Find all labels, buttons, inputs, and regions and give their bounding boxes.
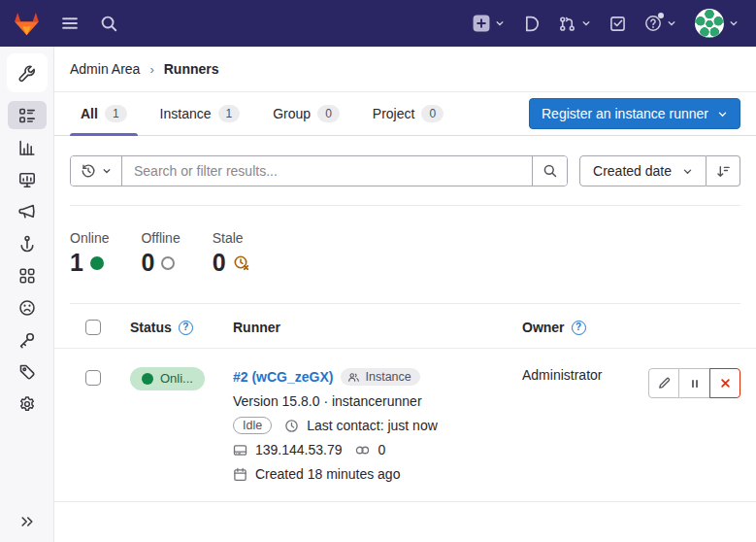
pause-icon (688, 377, 702, 390)
tab-all[interactable]: All 1 (70, 92, 138, 135)
users-icon (347, 371, 360, 384)
runner-ip-address: 139.144.53.79 (255, 442, 343, 457)
search-filter-box (70, 155, 568, 186)
user-menu-button[interactable] (695, 9, 739, 38)
runner-type-badge: Instance (341, 368, 419, 386)
stale-clock-icon (233, 254, 250, 272)
jobs-link-icon (354, 444, 371, 457)
sort-controls: Created date (579, 155, 740, 186)
runner-version-line: Version 15.8.0 · instancerunner (233, 391, 469, 411)
job-count: 0 (378, 442, 386, 457)
hamburger-menu-icon[interactable] (60, 14, 80, 33)
runner-name-link[interactable]: #2 (wCG_zeGX) (233, 369, 333, 385)
sidebar-item-deploy-keys[interactable] (8, 325, 47, 354)
apps-grid-icon (18, 267, 36, 285)
offline-ring-icon (161, 256, 175, 270)
label-tag-icon (18, 363, 36, 381)
row-checkbox[interactable] (85, 370, 101, 386)
sort-descending-icon (716, 164, 731, 179)
sidebar-item-labels[interactable] (8, 357, 47, 386)
runner-tabs-bar: All 1 Instance 1 Group 0 Project 0 Regis… (54, 92, 756, 136)
sidebar-item-overview[interactable] (8, 101, 47, 129)
chevron-down-icon (102, 166, 112, 176)
executor-monitor-icon (233, 443, 247, 457)
tab-group-count: 0 (317, 105, 340, 122)
last-contact-text: Last contact: just now (307, 418, 438, 433)
breadcrumb-admin-area[interactable]: Admin Area (70, 61, 140, 77)
filter-bar: Created date (54, 136, 756, 186)
search-icon[interactable] (100, 15, 118, 33)
runner-tabs: All 1 Instance 1 Group 0 Project 0 (70, 92, 529, 135)
online-dot-icon (142, 373, 153, 385)
pencil-icon (657, 376, 672, 390)
help-menu-button[interactable] (644, 15, 676, 32)
hook-icon (18, 235, 36, 253)
online-dot-icon (90, 256, 104, 270)
key-icon (18, 331, 36, 349)
delete-runner-button[interactable] (709, 368, 740, 398)
gitlab-logo-icon[interactable] (14, 12, 40, 36)
merge-requests-icon[interactable] (558, 16, 591, 32)
navbar-right (473, 9, 739, 38)
pause-runner-button[interactable] (679, 368, 710, 398)
runner-summary-cell: #2 (wCG_zeGX) Instance Version 15.8.0 · … (233, 367, 478, 484)
notification-dot (658, 13, 664, 18)
runner-actions (648, 368, 740, 398)
search-input[interactable] (122, 156, 532, 186)
sidebar-item-analytics[interactable] (8, 133, 47, 161)
owner-help-icon[interactable]: ? (572, 321, 586, 335)
close-icon (718, 376, 733, 390)
chevron-down-icon (667, 18, 676, 28)
monitor-icon (18, 171, 36, 188)
idle-state-badge: Idle (233, 417, 272, 434)
status-help-icon[interactable]: ? (179, 321, 193, 335)
sidebar-item-settings[interactable] (8, 390, 47, 418)
tab-project[interactable]: Project 0 (362, 92, 454, 135)
admin-area-context[interactable] (7, 53, 48, 92)
column-owner: Owner (522, 320, 565, 335)
owner-link[interactable]: Administrator (522, 367, 602, 383)
tab-group[interactable]: Group 0 (262, 92, 350, 135)
stat-stale: Stale 0 (213, 230, 250, 277)
tab-instance-count: 1 (218, 105, 241, 122)
new-menu-button[interactable] (473, 15, 505, 32)
top-navbar (0, 0, 756, 47)
runners-table-header: Status ? Runner Owner ? (54, 304, 756, 349)
sidebar-item-system-hooks[interactable] (8, 229, 47, 257)
breadcrumb-current-runners: Runners (164, 61, 219, 77)
admin-sidebar (0, 47, 54, 542)
sort-by-dropdown[interactable]: Created date (579, 155, 707, 186)
runner-table-row: Onli... #2 (wCG_zeGX) Instance Version 1… (54, 349, 756, 502)
stat-online: Online 1 (70, 230, 109, 277)
column-status: Status (130, 320, 172, 335)
sidebar-item-applications[interactable] (8, 261, 47, 289)
status-online-badge: Onli... (130, 367, 205, 390)
sort-direction-button[interactable] (707, 155, 740, 186)
edit-runner-button[interactable] (648, 368, 679, 398)
select-all-checkbox[interactable] (85, 320, 101, 335)
search-submit-button[interactable] (532, 156, 567, 186)
megaphone-icon (18, 203, 36, 220)
register-instance-runner-button[interactable]: Register an instance runner (529, 98, 740, 129)
todos-icon[interactable] (609, 16, 626, 32)
sidebar-collapse-toggle[interactable] (0, 514, 53, 529)
wrench-icon (17, 64, 36, 83)
main-content: Admin Area › Runners All 1 Instance 1 Gr… (54, 47, 756, 542)
created-ago-text: Created 18 minutes ago (255, 466, 400, 482)
gear-icon (18, 395, 36, 413)
tab-project-count: 0 (421, 105, 444, 122)
sidebar-item-messages[interactable] (8, 197, 47, 225)
chevron-down-icon (717, 109, 728, 119)
double-chevron-right-icon (19, 514, 35, 529)
chart-icon (18, 139, 36, 156)
stat-offline: Offline 0 (141, 230, 180, 277)
navbar-left (14, 12, 118, 36)
runner-stats: Online 1 Offline 0 Stale 0 (54, 206, 756, 303)
tab-instance[interactable]: Instance 1 (149, 92, 251, 135)
search-history-button[interactable] (71, 156, 122, 186)
issues-icon[interactable] (523, 16, 540, 32)
tab-all-count: 1 (105, 105, 127, 122)
chevron-down-icon (682, 166, 693, 177)
sidebar-item-abuse-reports[interactable] (8, 293, 47, 322)
sidebar-item-monitoring[interactable] (8, 165, 47, 193)
